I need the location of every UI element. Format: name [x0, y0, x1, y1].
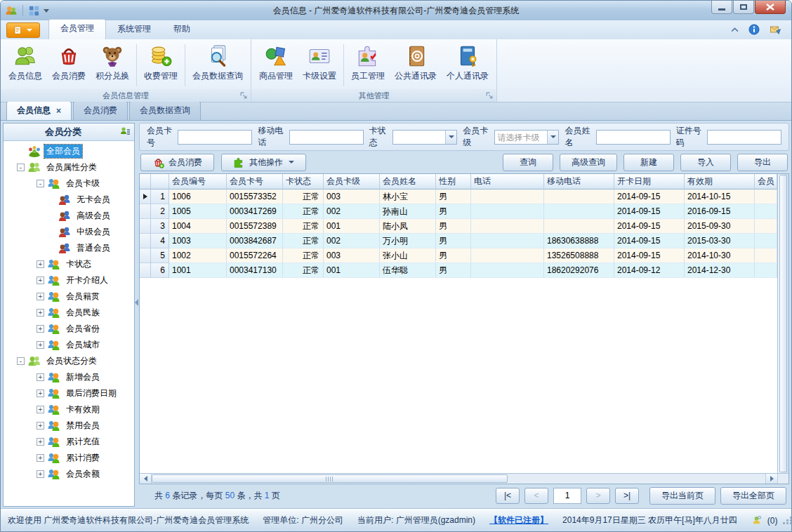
- scroll-right-icon[interactable]: [765, 474, 777, 484]
- scroll-left-icon[interactable]: [140, 474, 152, 484]
- expand-icon[interactable]: +: [37, 341, 44, 349]
- tree-item-province[interactable]: +会员省份: [4, 321, 134, 337]
- tree-item-referrer[interactable]: +开卡介绍人: [4, 272, 134, 288]
- advanced-query-button[interactable]: 高级查询: [560, 154, 617, 171]
- card-level-select[interactable]: 请选择卡级: [494, 130, 559, 145]
- tree-item-senior[interactable]: 高级会员: [4, 208, 134, 224]
- goods-management-button[interactable]: 商品管理: [254, 41, 298, 89]
- scrollbar-thumb[interactable]: [779, 175, 787, 472]
- expand-icon[interactable]: +: [37, 309, 44, 317]
- tree-item-card-status[interactable]: +卡状态: [4, 256, 134, 272]
- last-page-button[interactable]: >|: [615, 488, 639, 504]
- member-list-icon[interactable]: [119, 126, 131, 138]
- tree-item-ethnicity[interactable]: +会员民族: [4, 305, 134, 321]
- column-header[interactable]: 性别: [436, 174, 471, 189]
- tree-item-native-place[interactable]: +会员籍贯: [4, 288, 134, 305]
- horizontal-scrollbar[interactable]: [140, 473, 788, 484]
- column-header[interactable]: 会员姓名: [380, 174, 436, 189]
- column-header[interactable]: 卡状态: [283, 174, 324, 189]
- column-header[interactable]: 会员编号: [169, 174, 227, 189]
- tree-item-middle[interactable]: 中级会员: [4, 224, 134, 240]
- chevron-down-icon[interactable]: [547, 131, 558, 144]
- member-name-input[interactable]: [596, 130, 671, 145]
- column-header[interactable]: 会员卡级: [324, 174, 380, 189]
- prev-page-button[interactable]: <: [524, 488, 548, 504]
- other-operations-button[interactable]: 其他操作: [221, 154, 306, 171]
- collapse-icon[interactable]: -: [17, 357, 25, 365]
- close-tab-icon[interactable]: ×: [56, 107, 61, 114]
- member-consume-action-button[interactable]: 会员消费: [140, 154, 214, 171]
- column-header[interactable]: 电话: [471, 174, 544, 189]
- tree-item-total-recharge[interactable]: +累计充值: [4, 434, 134, 450]
- member-card-no-input[interactable]: [178, 130, 252, 145]
- chevron-down-icon[interactable]: [445, 131, 456, 144]
- maximize-button[interactable]: [733, 1, 754, 14]
- export-all-pages-button[interactable]: 导出全部页: [720, 487, 786, 505]
- doc-tab-member-consume[interactable]: 会员消费: [73, 101, 128, 120]
- expand-icon[interactable]: +: [37, 390, 44, 397]
- tree-item-all-members[interactable]: 全部会员: [4, 143, 134, 159]
- tree-item-no-card[interactable]: 无卡会员: [4, 192, 134, 208]
- export-button[interactable]: 导出: [737, 154, 788, 171]
- expand-icon[interactable]: +: [37, 325, 44, 333]
- quick-access-dropdown-icon[interactable]: [44, 9, 49, 13]
- sidebar-collapse-icon[interactable]: [135, 299, 138, 306]
- close-button[interactable]: [755, 1, 786, 14]
- ribbon-tab-help[interactable]: 帮助: [162, 20, 202, 39]
- column-header[interactable]: 会员卡号: [227, 174, 283, 189]
- tree-item-attribute-category[interactable]: -会员属性分类: [4, 159, 134, 175]
- doc-tab-member-data-query[interactable]: 会员数据查询: [129, 101, 201, 120]
- dialog-launcher-icon[interactable]: [240, 92, 248, 100]
- card-status-select[interactable]: [392, 130, 457, 145]
- quick-access-grid-icon[interactable]: [29, 6, 39, 16]
- tree-item-city[interactable]: +会员城市: [4, 337, 134, 353]
- collapse-ribbon-icon[interactable]: [731, 27, 739, 32]
- page-number-input[interactable]: [553, 488, 581, 504]
- registered-link[interactable]: 【软件已注册】: [489, 514, 548, 526]
- expand-icon[interactable]: +: [37, 277, 44, 284]
- resize-grip[interactable]: [783, 517, 792, 524]
- expand-icon[interactable]: +: [37, 470, 44, 478]
- id-number-input[interactable]: [707, 130, 781, 145]
- vertical-scrollbar[interactable]: [777, 174, 788, 473]
- table-row[interactable]: 3 1004 0015572389 正常 001 陆小凤 男 2014-09-1…: [140, 219, 777, 234]
- info-icon[interactable]: [748, 24, 760, 35]
- expand-icon[interactable]: +: [37, 260, 44, 268]
- table-row[interactable]: 6 1001 0003417130 正常 001 伍华聪 男 186202920…: [140, 263, 777, 278]
- tree-item-last-consume-date[interactable]: +最后消费日期: [4, 385, 134, 401]
- table-row[interactable]: 4 1003 0003842687 正常 002 万小明 男 186306388…: [140, 234, 777, 248]
- member-consume-button[interactable]: 会员消费: [47, 41, 91, 89]
- tree-item-new-members[interactable]: +新增会员: [4, 369, 134, 385]
- ribbon-tab-member[interactable]: 会员管理: [48, 19, 106, 39]
- expand-icon[interactable]: +: [37, 422, 44, 430]
- send-mail-icon[interactable]: [770, 24, 781, 35]
- query-button[interactable]: 查询: [503, 154, 553, 171]
- public-addressbook-button[interactable]: 公共通讯录: [390, 41, 442, 89]
- tree-item-card-level[interactable]: -会员卡级: [4, 175, 134, 192]
- export-current-page-button[interactable]: 导出当前页: [649, 487, 715, 505]
- fee-management-button[interactable]: 收费管理: [139, 41, 183, 89]
- tree-item-total-consume[interactable]: +累计消费: [4, 450, 134, 466]
- online-users-icon[interactable]: [751, 515, 762, 526]
- new-button[interactable]: 新建: [623, 154, 674, 171]
- expand-icon[interactable]: +: [37, 454, 44, 462]
- column-header[interactable]: 有效期: [685, 174, 755, 189]
- first-page-button[interactable]: |<: [496, 488, 520, 504]
- next-page-button[interactable]: >: [586, 488, 610, 504]
- collapse-icon[interactable]: -: [37, 180, 44, 187]
- table-row[interactable]: 5 1002 0015572264 正常 003 张小山 男 135265088…: [140, 248, 777, 263]
- column-header[interactable]: 会员: [755, 174, 777, 189]
- expand-icon[interactable]: +: [37, 438, 44, 446]
- doc-tab-member-info[interactable]: 会员信息 ×: [6, 101, 72, 120]
- mobile-phone-input[interactable]: [289, 130, 364, 145]
- ribbon-tab-system[interactable]: 系统管理: [106, 20, 162, 39]
- expand-icon[interactable]: +: [37, 406, 44, 413]
- scrollbar-thumb[interactable]: [152, 474, 508, 483]
- tree-item-disabled-members[interactable]: +禁用会员: [4, 418, 134, 434]
- dialog-launcher-icon[interactable]: [486, 92, 494, 100]
- column-header[interactable]: 移动电话: [544, 174, 614, 189]
- expand-icon[interactable]: +: [37, 373, 44, 381]
- member-info-button[interactable]: 会员信息: [4, 41, 47, 89]
- staff-management-button[interactable]: 员工管理: [346, 41, 390, 89]
- personal-addressbook-button[interactable]: 个人通讯录: [442, 41, 494, 89]
